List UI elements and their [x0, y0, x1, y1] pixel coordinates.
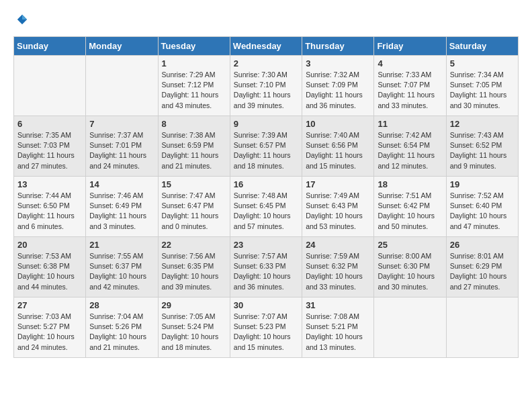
calendar-cell: 19Sunrise: 7:52 AM Sunset: 6:40 PM Dayli… [446, 177, 518, 237]
column-header-friday: Friday [374, 37, 446, 56]
day-info: Sunrise: 7:32 AM Sunset: 7:09 PM Dayligh… [306, 70, 370, 111]
calendar-cell: 26Sunrise: 8:01 AM Sunset: 6:29 PM Dayli… [446, 237, 518, 298]
day-number: 20 [17, 240, 82, 250]
calendar-table: SundayMondayTuesdayWednesdayThursdayFrid… [13, 36, 519, 358]
column-header-monday: Monday [86, 37, 158, 56]
day-number: 8 [162, 119, 226, 129]
calendar-cell: 27Sunrise: 7:03 AM Sunset: 5:27 PM Dayli… [14, 298, 86, 358]
calendar-cell: 1Sunrise: 7:29 AM Sunset: 7:12 PM Daylig… [158, 56, 230, 116]
day-info: Sunrise: 7:43 AM Sunset: 6:52 PM Dayligh… [450, 130, 515, 171]
day-number: 22 [162, 240, 226, 250]
day-number: 29 [162, 300, 226, 310]
day-number: 11 [378, 119, 442, 129]
day-info: Sunrise: 7:33 AM Sunset: 7:07 PM Dayligh… [378, 70, 442, 111]
column-header-sunday: Sunday [14, 37, 86, 56]
day-info: Sunrise: 7:08 AM Sunset: 5:21 PM Dayligh… [306, 312, 370, 353]
day-number: 23 [234, 240, 298, 250]
calendar-cell: 6Sunrise: 7:35 AM Sunset: 7:03 PM Daylig… [14, 116, 86, 177]
day-info: Sunrise: 7:05 AM Sunset: 5:24 PM Dayligh… [162, 312, 226, 353]
day-number: 28 [89, 300, 154, 310]
day-info: Sunrise: 7:55 AM Sunset: 6:37 PM Dayligh… [89, 251, 154, 292]
day-number: 27 [17, 300, 82, 310]
calendar-cell [86, 56, 158, 116]
calendar-cell: 23Sunrise: 7:57 AM Sunset: 6:33 PM Dayli… [230, 237, 302, 298]
day-number: 17 [306, 179, 370, 189]
calendar-cell: 15Sunrise: 7:47 AM Sunset: 6:47 PM Dayli… [158, 177, 230, 237]
day-info: Sunrise: 7:37 AM Sunset: 7:01 PM Dayligh… [89, 130, 154, 171]
calendar-cell: 16Sunrise: 7:48 AM Sunset: 6:45 PM Dayli… [230, 177, 302, 237]
day-info: Sunrise: 7:34 AM Sunset: 7:05 PM Dayligh… [450, 70, 515, 111]
day-info: Sunrise: 7:57 AM Sunset: 6:33 PM Dayligh… [234, 251, 298, 292]
calendar-cell: 7Sunrise: 7:37 AM Sunset: 7:01 PM Daylig… [86, 116, 158, 177]
calendar-week-row: 27Sunrise: 7:03 AM Sunset: 5:27 PM Dayli… [14, 298, 519, 358]
calendar-header-row: SundayMondayTuesdayWednesdayThursdayFrid… [14, 37, 519, 56]
day-number: 24 [306, 240, 370, 250]
day-number: 5 [450, 58, 515, 68]
calendar-week-row: 13Sunrise: 7:44 AM Sunset: 6:50 PM Dayli… [14, 177, 519, 237]
calendar-cell: 5Sunrise: 7:34 AM Sunset: 7:05 PM Daylig… [446, 56, 518, 116]
day-number: 2 [234, 58, 298, 68]
day-info: Sunrise: 7:35 AM Sunset: 7:03 PM Dayligh… [17, 130, 82, 171]
calendar-cell: 8Sunrise: 7:38 AM Sunset: 6:59 PM Daylig… [158, 116, 230, 177]
calendar-cell: 9Sunrise: 7:39 AM Sunset: 6:57 PM Daylig… [230, 116, 302, 177]
day-number: 25 [378, 240, 442, 250]
day-info: Sunrise: 7:04 AM Sunset: 5:26 PM Dayligh… [89, 312, 154, 353]
calendar-week-row: 20Sunrise: 7:53 AM Sunset: 6:38 PM Dayli… [14, 237, 519, 298]
day-number: 26 [450, 240, 515, 250]
day-info: Sunrise: 7:42 AM Sunset: 6:54 PM Dayligh… [378, 130, 442, 171]
column-header-thursday: Thursday [302, 37, 374, 56]
calendar-cell: 22Sunrise: 7:56 AM Sunset: 6:35 PM Dayli… [158, 237, 230, 298]
day-number: 30 [234, 300, 298, 310]
calendar-cell [446, 298, 518, 358]
day-number: 18 [378, 179, 442, 189]
calendar-week-row: 6Sunrise: 7:35 AM Sunset: 7:03 PM Daylig… [14, 116, 519, 177]
column-header-wednesday: Wednesday [230, 37, 302, 56]
day-number: 21 [89, 240, 154, 250]
day-number: 13 [17, 179, 82, 189]
calendar-cell [374, 298, 446, 358]
calendar-cell: 31Sunrise: 7:08 AM Sunset: 5:21 PM Dayli… [302, 298, 374, 358]
day-number: 7 [89, 119, 154, 129]
day-number: 14 [89, 179, 154, 189]
calendar-cell: 29Sunrise: 7:05 AM Sunset: 5:24 PM Dayli… [158, 298, 230, 358]
column-header-tuesday: Tuesday [158, 37, 230, 56]
calendar-cell: 12Sunrise: 7:43 AM Sunset: 6:52 PM Dayli… [446, 116, 518, 177]
calendar-cell: 17Sunrise: 7:49 AM Sunset: 6:43 PM Dayli… [302, 177, 374, 237]
calendar-cell: 14Sunrise: 7:46 AM Sunset: 6:49 PM Dayli… [86, 177, 158, 237]
day-info: Sunrise: 7:38 AM Sunset: 6:59 PM Dayligh… [162, 130, 226, 171]
day-number: 31 [306, 300, 370, 310]
logo-icon [16, 13, 28, 26]
day-info: Sunrise: 7:40 AM Sunset: 6:56 PM Dayligh… [306, 130, 370, 171]
column-header-saturday: Saturday [446, 37, 518, 56]
day-info: Sunrise: 7:29 AM Sunset: 7:12 PM Dayligh… [162, 70, 226, 111]
day-number: 1 [162, 58, 226, 68]
calendar-cell: 21Sunrise: 7:55 AM Sunset: 6:37 PM Dayli… [86, 237, 158, 298]
day-number: 10 [306, 119, 370, 129]
page-header [13, 13, 519, 26]
calendar-cell: 3Sunrise: 7:32 AM Sunset: 7:09 PM Daylig… [302, 56, 374, 116]
day-info: Sunrise: 7:44 AM Sunset: 6:50 PM Dayligh… [17, 191, 82, 232]
day-info: Sunrise: 7:52 AM Sunset: 6:40 PM Dayligh… [450, 191, 515, 232]
day-number: 12 [450, 119, 515, 129]
calendar-week-row: 1Sunrise: 7:29 AM Sunset: 7:12 PM Daylig… [14, 56, 519, 116]
day-info: Sunrise: 7:39 AM Sunset: 6:57 PM Dayligh… [234, 130, 298, 171]
day-info: Sunrise: 7:07 AM Sunset: 5:23 PM Dayligh… [234, 312, 298, 353]
calendar-cell: 24Sunrise: 7:59 AM Sunset: 6:32 PM Dayli… [302, 237, 374, 298]
day-info: Sunrise: 7:46 AM Sunset: 6:49 PM Dayligh… [89, 191, 154, 232]
calendar-cell: 28Sunrise: 7:04 AM Sunset: 5:26 PM Dayli… [86, 298, 158, 358]
day-number: 19 [450, 179, 515, 189]
day-number: 16 [234, 179, 298, 189]
day-info: Sunrise: 7:03 AM Sunset: 5:27 PM Dayligh… [17, 312, 82, 353]
day-info: Sunrise: 7:56 AM Sunset: 6:35 PM Dayligh… [162, 251, 226, 292]
day-info: Sunrise: 7:30 AM Sunset: 7:10 PM Dayligh… [234, 70, 298, 111]
day-info: Sunrise: 7:48 AM Sunset: 6:45 PM Dayligh… [234, 191, 298, 232]
calendar-cell: 11Sunrise: 7:42 AM Sunset: 6:54 PM Dayli… [374, 116, 446, 177]
calendar-cell [14, 56, 86, 116]
day-number: 4 [378, 58, 442, 68]
calendar-cell: 30Sunrise: 7:07 AM Sunset: 5:23 PM Dayli… [230, 298, 302, 358]
calendar-cell: 13Sunrise: 7:44 AM Sunset: 6:50 PM Dayli… [14, 177, 86, 237]
day-info: Sunrise: 8:00 AM Sunset: 6:30 PM Dayligh… [378, 251, 442, 292]
day-info: Sunrise: 7:59 AM Sunset: 6:32 PM Dayligh… [306, 251, 370, 292]
day-number: 6 [17, 119, 82, 129]
logo [13, 13, 28, 26]
